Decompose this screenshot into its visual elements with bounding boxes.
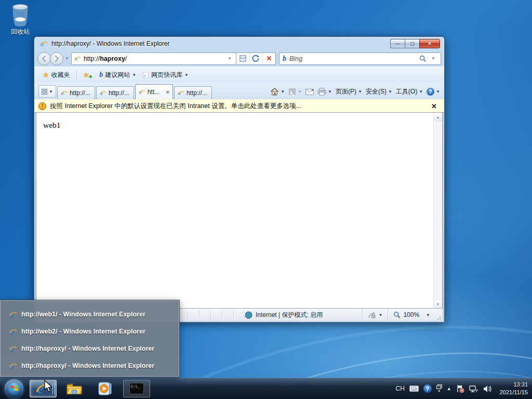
action-center-flag-icon[interactable] [456, 384, 464, 393]
tab-label: http://... [109, 89, 129, 97]
window-list-item-3[interactable]: e http://haproxy/ - Windows Internet Exp… [1, 340, 179, 357]
zoom-control[interactable]: 100% ▼ [388, 309, 435, 321]
taskbar-cmd-button[interactable]: C:\_ [123, 380, 150, 397]
stop-button[interactable]: ✕ [262, 53, 275, 64]
information-bar-close-icon[interactable]: ✕ [428, 102, 440, 110]
tab-ie-icon: e [138, 88, 145, 96]
web-slices-button[interactable]: e 网页快讯库 ▼ [139, 69, 192, 81]
minimize-icon: — [395, 41, 400, 46]
chevron-down-icon: ▼ [184, 73, 189, 77]
search-icon[interactable] [419, 55, 427, 62]
favorites-button[interactable]: ★ 收藏夹 [39, 69, 73, 81]
window-list-item-label: http://web1/ - Windows Internet Explorer [21, 311, 145, 318]
compatibility-view-button[interactable] [236, 53, 249, 64]
tab-list-chevron[interactable]: ▼ [49, 89, 53, 94]
search-placeholder: Bing [289, 55, 302, 62]
quick-tabs-icon [42, 89, 47, 95]
title-bar[interactable]: e http://haproxy/ - Windows Internet Exp… [34, 37, 444, 50]
window-list-item-2[interactable]: e http://web2/ - Windows Internet Explor… [1, 323, 179, 340]
help-icon: ? [427, 88, 434, 96]
page-menu-button[interactable]: 页面(P) ▼ [336, 87, 362, 96]
keyboard-icon[interactable] [409, 385, 419, 392]
network-icon[interactable] [469, 385, 478, 393]
tab-3-active[interactable]: e htt... ✕ [135, 84, 173, 99]
restore-windows-tray-icon[interactable]: ▼ [436, 384, 442, 393]
resize-grip[interactable] [435, 309, 443, 321]
chevron-down-icon: ▼ [388, 89, 392, 94]
clock[interactable]: 13:31 2021/11/15 [497, 381, 528, 397]
window-list-item-1[interactable]: e http://web1/ - Windows Internet Explor… [1, 305, 179, 323]
show-hidden-icons-button[interactable]: ▲ [447, 386, 451, 391]
tools-menu-button[interactable]: 工具(O) ▼ [396, 87, 423, 96]
taskbar-wmp-button[interactable] [92, 380, 119, 397]
cmd-icon: C:\_ [129, 383, 144, 394]
url-prefix: http:// [84, 55, 100, 62]
volume-icon[interactable] [483, 385, 492, 393]
tab-ie-icon: e [99, 89, 107, 97]
suggested-sites-button[interactable]: b 建议网站 ▼ [96, 69, 139, 81]
taskbar-ie-button[interactable]: e [30, 380, 57, 397]
window-title: http://haproxy/ - Windows Internet Explo… [51, 40, 169, 47]
search-options-chevron[interactable]: ▼ [431, 56, 435, 61]
help-menu-button[interactable]: ? ▼ [427, 88, 440, 96]
chevron-down-icon: ▼ [298, 89, 302, 94]
read-mail-button[interactable] [305, 89, 314, 95]
taskbar-explorer-button[interactable] [61, 380, 88, 397]
recent-pages-chevron[interactable]: ▼ [65, 56, 69, 61]
security-menu-label: 安全(S) [366, 87, 387, 96]
chevron-down-icon: ▼ [328, 89, 332, 94]
search-box[interactable]: b Bing ▼ [279, 52, 441, 65]
folder-icon [66, 382, 82, 395]
back-button[interactable] [37, 52, 51, 65]
chevron-down-icon: ▼ [419, 89, 423, 94]
tab-close-icon[interactable]: ✕ [166, 89, 170, 95]
favorites-star-icon: ★ [43, 71, 49, 79]
help-tray-icon[interactable]: ? [423, 384, 432, 393]
information-bar[interactable]: ! 按照 Internet Explorer 中的默认设置现在已关闭 Intra… [34, 99, 444, 113]
window-list-item-4[interactable]: e http://haproxy/ - Windows Internet Exp… [1, 357, 179, 374]
web-slices-label: 网页快讯库 [151, 71, 182, 79]
tab-ie-icon: e [177, 89, 184, 97]
taskbar-window-list: e http://web1/ - Windows Internet Explor… [0, 300, 179, 377]
ie-icon: e [9, 344, 17, 353]
tab-2[interactable]: e http://... [96, 86, 134, 99]
zone-text: Internet | 保护模式: 启用 [256, 311, 323, 320]
print-button[interactable]: ▼ [317, 88, 332, 96]
system-tray: CH ? ▼ ▲ 13:31 2021/11/15 [395, 381, 532, 397]
address-bar[interactable]: e http://haproxy/ ▼ [71, 52, 236, 65]
scroll-up-button[interactable]: ▲ [434, 113, 442, 122]
stop-icon: ✕ [266, 55, 272, 62]
forward-button[interactable] [50, 52, 63, 65]
page-content: web1 ▲ ▼ [36, 113, 443, 308]
start-button[interactable] [3, 379, 25, 398]
protected-mode-button[interactable]: ▼ [362, 309, 388, 321]
stacked-windows-indicator [52, 383, 55, 394]
input-language-indicator[interactable]: CH [395, 385, 404, 392]
address-dropdown-chevron[interactable]: ▼ [228, 56, 232, 61]
tab-bar: ▼ e http://... e http://... e htt... ✕ e… [34, 83, 444, 99]
tab-1[interactable]: e http://... [57, 86, 95, 99]
maximize-button[interactable]: ▢ [405, 39, 419, 48]
zoom-magnifier-icon [393, 311, 401, 318]
ie-icon: e [36, 381, 50, 396]
forward-arrow-icon [53, 55, 60, 62]
close-button[interactable]: ✕ [419, 39, 440, 48]
scroll-down-button[interactable]: ▼ [434, 299, 442, 308]
minimize-button[interactable]: — [390, 39, 405, 48]
refresh-icon [252, 55, 260, 62]
tab-label: http://... [187, 89, 207, 97]
add-to-favorites-bar-button[interactable]: ★ [80, 69, 97, 81]
quick-tabs-button[interactable]: ▼ [38, 85, 56, 98]
page-menu-label: 页面(P) [336, 87, 356, 96]
refresh-button[interactable] [249, 53, 262, 64]
feeds-button[interactable]: ▼ [288, 88, 302, 96]
suggested-sites-label: 建议网站 [105, 71, 130, 79]
information-bar-text: 按照 Internet Explorer 中的默认设置现在已关闭 Intrane… [50, 102, 301, 111]
vertical-scrollbar[interactable]: ▲ ▼ [433, 113, 442, 308]
navigation-bar: ▼ e http://haproxy/ ▼ [34, 50, 444, 66]
security-menu-button[interactable]: 安全(S) ▼ [366, 87, 392, 96]
recycle-bin[interactable]: 回收站 [5, 3, 35, 36]
home-icon [270, 88, 279, 96]
home-button[interactable]: ▼ [270, 88, 285, 96]
tab-4[interactable]: e http://... [174, 86, 212, 99]
